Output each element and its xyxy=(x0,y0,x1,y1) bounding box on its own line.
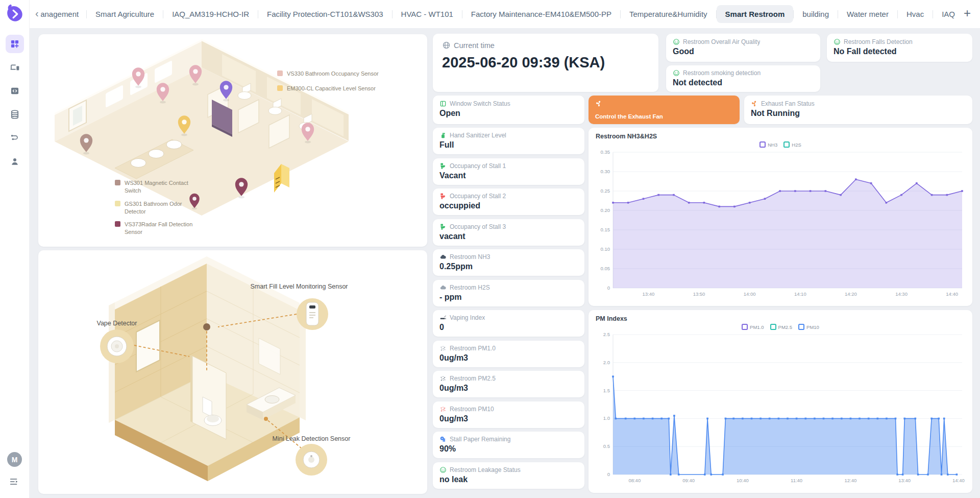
status-label: Restroom smoking detection xyxy=(683,69,761,77)
tab-label: Facility Protection-CT101&WS303 xyxy=(267,10,383,18)
legend-item: GS301 Bathroom Odor Detector xyxy=(115,200,202,216)
restroom-floorplan-card: VS330 Bathroom Occupancy Sensor EM300-CL… xyxy=(38,34,427,247)
sensor-tile-vaping-index: Vaping Index0 xyxy=(433,310,584,337)
sensor-tile-occupancy-of-stall-1: Occupancy of Stall 1Vacant xyxy=(433,158,584,185)
logo-icon xyxy=(5,4,24,23)
status-value: No Fall detected xyxy=(834,47,966,56)
tab-water-meter[interactable]: Water meter xyxy=(838,5,897,23)
legend-swatch xyxy=(277,85,283,91)
tab-label: HVAC - WT101 xyxy=(401,10,453,18)
tab-factory-maintenance-em410-em500-pp[interactable]: Factory Maintenance-EM410&EM500-PP xyxy=(462,5,620,23)
tab-smart-restroom[interactable]: Smart Restroom xyxy=(717,5,794,23)
svg-text:08:40: 08:40 xyxy=(628,478,641,483)
svg-text:2.0: 2.0 xyxy=(603,360,610,365)
tab-iaq-am319-hcho-ir[interactable]: IAQ_AM319-HCHO-IR xyxy=(163,5,258,23)
sidebar-item-dashboards[interactable] xyxy=(6,35,24,53)
status-value: Not detected xyxy=(673,78,814,87)
smiley-icon xyxy=(673,69,680,77)
svg-text:12:40: 12:40 xyxy=(845,478,857,483)
legend-label: VS330 Bathroom Occupancy Sensor xyxy=(287,70,379,78)
sensor-tile-restroom-leakage-status: Restroom Leakage Statusno leak xyxy=(433,462,584,489)
smiley-icon xyxy=(439,466,447,473)
legend-label: EM300-CL Capacitive Level Sensor xyxy=(287,85,376,92)
sensor-tile-restroom-h2s: Restroom H2S- ppm xyxy=(433,280,584,306)
fan-icon xyxy=(751,100,758,107)
svg-text:0.5: 0.5 xyxy=(603,443,610,449)
sensor-tile-hand-sanitizer-level: Hand Sanitizer LevelFull xyxy=(433,128,584,154)
svg-text:0.15: 0.15 xyxy=(601,227,610,232)
sensor-tile-restroom-pm10: Restroom PM100ug/m3 xyxy=(433,401,584,428)
sensor-value: no leak xyxy=(439,475,578,484)
sensor-value: 0ug/m3 xyxy=(439,414,578,423)
dust-icon xyxy=(439,345,447,352)
sensor-label: Restroom Leakage Status xyxy=(450,466,521,473)
tab-bar: ‹ ManagementSmart AgricultureIAQ_AM319-H… xyxy=(29,0,980,28)
avatar[interactable]: M xyxy=(7,452,22,467)
svg-text:0.25: 0.25 xyxy=(601,188,610,194)
sensor-value: Full xyxy=(439,140,578,150)
sensor-label: Hand Sanitizer Level xyxy=(450,132,506,139)
legend-swatch xyxy=(770,324,776,330)
app-logo[interactable] xyxy=(5,4,24,23)
tab-temperature-humidity[interactable]: Temperature&Humidity xyxy=(621,5,716,23)
tab-smart-agriculture[interactable]: Smart Agriculture xyxy=(87,5,163,23)
svg-text:0.30: 0.30 xyxy=(601,169,610,174)
smoking-detection-card: Restroom smoking detection Not detected xyxy=(666,65,820,92)
leak-sensor-label: Mini Leak Detection Sensor xyxy=(242,435,380,442)
bottle-icon xyxy=(439,132,447,139)
floorplan-legend-bottom: WS301 Magnetic Contact Switch GS301 Bath… xyxy=(115,179,202,236)
legend-swatch xyxy=(115,180,120,185)
tile-value: Open xyxy=(439,109,578,118)
nh3-h2s-chart: 00.050.100.150.200.250.300.3513:4013:501… xyxy=(595,148,967,300)
status-label: Restroom Overall Air Quality xyxy=(683,38,760,45)
sensor-value: 0ug/m3 xyxy=(439,353,578,363)
falls-detection-card: Restroom Falls Detection No Fall detecte… xyxy=(827,34,972,62)
cloud-icon xyxy=(439,284,447,291)
legend-item-nh3[interactable]: NH3 xyxy=(760,141,777,148)
svg-text:0.35: 0.35 xyxy=(601,149,610,155)
pm-index-chart-card: PM Indexs PM1.0PM2.5PM10 00.51.01.52.02.… xyxy=(589,310,972,493)
legend-label: VS373Radar Fall Detection Sensor xyxy=(125,221,196,236)
legend-label: WS301 Magnetic Contact Switch xyxy=(125,179,196,195)
legend-item-pm2-5[interactable]: PM2.5 xyxy=(770,323,792,330)
add-tab-button[interactable]: + xyxy=(964,7,971,19)
svg-text:10:40: 10:40 xyxy=(737,478,749,483)
fan-icon xyxy=(595,100,733,107)
sidebar: M xyxy=(0,0,30,498)
status-value: Good xyxy=(673,47,814,56)
tab-building[interactable]: building xyxy=(794,5,838,23)
sensor-label: Restroom PM10 xyxy=(450,406,494,413)
collapse-menu-icon[interactable] xyxy=(9,476,20,487)
sensor-label: Restroom PM2.5 xyxy=(450,375,496,382)
sensor-label: Restroom H2S xyxy=(450,284,490,291)
legend-label: PM1.0 xyxy=(750,324,764,330)
sidebar-item-devices[interactable] xyxy=(6,58,24,77)
smiley-icon xyxy=(834,38,841,45)
svg-text:14:40: 14:40 xyxy=(952,478,965,483)
sensor-tile-restroom-nh3: Restroom NH30.25ppm xyxy=(433,249,584,276)
sensor-value: 90% xyxy=(439,444,578,454)
users-icon xyxy=(10,156,20,167)
control-exhaust-fan-button[interactable]: Control the Exhaust Fan xyxy=(589,96,740,124)
tab-management[interactable]: Management xyxy=(41,5,86,23)
sidebar-item-rule-chains[interactable] xyxy=(6,129,24,147)
tab-iaq[interactable]: IAQ xyxy=(933,5,964,23)
sensor-tile-stall-paper-remaining: Stall Paper Remaining90% xyxy=(433,432,584,458)
sidebar-item-data[interactable] xyxy=(6,105,24,124)
tab-facility-protection-ct101-ws303[interactable]: Facility Protection-CT101&WS303 xyxy=(258,5,392,23)
current-time-value: 2025-06-20 09:39 (KSA) xyxy=(442,54,649,71)
legend-item-pm1-0[interactable]: PM1.0 xyxy=(742,323,764,330)
legend-item-h2s[interactable]: H2S xyxy=(783,141,801,148)
nh3-h2s-chart-card: Restroom NH3&H2S NH3H2S 00.050.100.150.2… xyxy=(589,128,972,306)
tile-label: Window Switch Status xyxy=(450,100,510,107)
tab-hvac-wt101[interactable]: HVAC - WT101 xyxy=(393,5,462,23)
control-button-label: Control the Exhaust Fan xyxy=(595,113,733,120)
tab-hvac[interactable]: Hvac xyxy=(898,5,933,23)
legend-swatch xyxy=(277,70,283,76)
sidebar-item-products[interactable] xyxy=(6,82,24,100)
sidebar-nav xyxy=(0,35,29,176)
sensor-label: Occupancy of Stall 1 xyxy=(450,162,506,170)
tabs-scroll-left-button[interactable]: ‹ xyxy=(35,8,39,19)
sidebar-item-users[interactable] xyxy=(6,152,24,171)
legend-item-pm10[interactable]: PM10 xyxy=(798,323,819,330)
